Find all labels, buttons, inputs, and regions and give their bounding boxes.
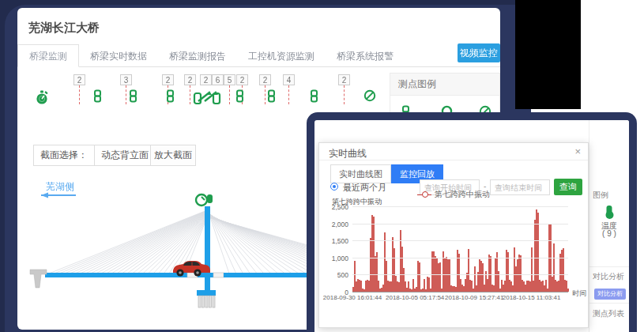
ban-icon[interactable] bbox=[363, 89, 376, 105]
sidebar-divider-2 bbox=[589, 303, 629, 304]
screenshot-root: 芜湖长江大桥 桥梁监测桥梁实时数据桥梁监测报告工控机资源监测桥梁系统报警 视频监… bbox=[0, 0, 644, 332]
video-monitor-button[interactable]: 视频监控 bbox=[458, 43, 500, 62]
main-tab-4[interactable]: 桥梁系统报警 bbox=[326, 45, 405, 68]
y-tick-label: 500 bbox=[337, 271, 348, 279]
temperature-count: ( 9 ) bbox=[589, 229, 629, 238]
x-tick-label: 2018-09-30 16:01:44 bbox=[323, 294, 382, 301]
sensor-dash-line bbox=[265, 85, 266, 104]
pile-cap bbox=[197, 290, 216, 296]
x-tick-label: 2018-10-09 15:27:41 bbox=[445, 294, 503, 301]
chart-gridline: 2,000 bbox=[352, 224, 568, 224]
vibration-chart: 时间 2,5002,0001,5001,00050002018-09-30 16… bbox=[352, 206, 568, 292]
section-select-label: 截面选择： bbox=[34, 149, 94, 162]
sensor-dash-line bbox=[288, 85, 289, 104]
direction-label: 芜湖侧 bbox=[46, 181, 74, 192]
chart-x-axis-title: 时间 bbox=[572, 289, 586, 299]
deck-joint-right bbox=[213, 273, 224, 277]
gauge-cluster-icon[interactable] bbox=[192, 89, 222, 108]
black-region bbox=[515, 0, 581, 109]
main-tab-0[interactable]: 桥梁监测 bbox=[17, 44, 79, 67]
y-tick-label: 2,000 bbox=[332, 220, 348, 228]
sensor-count-badge: 2 bbox=[200, 74, 212, 85]
page-title: 芜湖长江大桥 bbox=[28, 21, 100, 36]
sidebar-legend-fragment: 图例 bbox=[593, 190, 608, 201]
compare-section-title: 对比分析 bbox=[593, 271, 624, 282]
bridge-tower bbox=[205, 206, 210, 296]
realtime-curve-dialog: 实时曲线 × 实时曲线图监控回放 最近两个月 - 查询 第七跨跨中振动 第七跨跨… bbox=[318, 142, 589, 328]
sensor-count-badge: 2 bbox=[259, 74, 271, 85]
y-tick-label: 1,000 bbox=[332, 254, 348, 262]
link-icon[interactable] bbox=[310, 89, 318, 106]
sensor-count-badge: 5 bbox=[224, 74, 235, 85]
legend-label: 第七跨跨中振动 bbox=[435, 190, 490, 198]
sensor-count-badge: 2 bbox=[338, 74, 350, 85]
sensor-dash-line bbox=[344, 85, 345, 104]
sensor-dash-line bbox=[229, 85, 230, 104]
main-tab-3[interactable]: 工控机资源监测 bbox=[237, 45, 326, 68]
tab-bar: 桥梁监测桥梁实时数据桥梁监测报告工控机资源监测桥梁系统报警 bbox=[17, 44, 500, 67]
temperature-icon bbox=[607, 206, 612, 216]
x-tick-label: 2018-10-05 05:17:54 bbox=[386, 294, 444, 301]
link-icon[interactable] bbox=[235, 89, 244, 106]
right-sidebar: 图例 温度 ( 9 ) 对比分析 对比分析 测点列表 bbox=[589, 120, 629, 332]
sensor-count-badge: 2 bbox=[236, 74, 248, 85]
bridge-deck-left bbox=[45, 273, 187, 277]
piles bbox=[198, 296, 215, 307]
chart-gridline: 2,500 bbox=[352, 206, 568, 207]
sensor-count-badge: 2 bbox=[184, 74, 196, 85]
zoom-section-button[interactable]: 放大截面 bbox=[150, 145, 196, 166]
close-icon[interactable]: × bbox=[574, 145, 581, 157]
abutment bbox=[30, 270, 47, 288]
link-icon[interactable] bbox=[129, 89, 137, 106]
sidebar-divider bbox=[589, 266, 629, 267]
link-icon[interactable] bbox=[93, 89, 102, 106]
y-tick-label: 1,500 bbox=[332, 237, 348, 245]
chart-gridline: 1,500 bbox=[352, 240, 568, 241]
sensor-count-badge: 2 bbox=[162, 74, 174, 85]
popup-window: 图例 温度 ( 9 ) 对比分析 对比分析 测点列表 实时曲线 × 实时曲线图监… bbox=[307, 112, 637, 332]
sensor-dash-line bbox=[190, 85, 190, 104]
main-tab-1[interactable]: 桥梁实时数据 bbox=[79, 45, 158, 68]
sensor-count-badge: 6 bbox=[212, 74, 224, 85]
chart-bar bbox=[419, 262, 420, 292]
legend-marker-icon bbox=[417, 191, 431, 198]
chart-gridline: 500 bbox=[352, 274, 568, 275]
sensor-count-badge: 4 bbox=[283, 74, 295, 85]
chart-bar bbox=[439, 262, 441, 292]
direction-arrowhead bbox=[41, 193, 48, 198]
link-icon[interactable] bbox=[166, 89, 175, 106]
section-select-value: 动态背立面 bbox=[101, 149, 149, 162]
x-tick-label: 2018-10-15 11:03:41 bbox=[503, 294, 561, 301]
timer-icon[interactable] bbox=[35, 89, 49, 108]
sensor-dash-line bbox=[126, 85, 126, 104]
link-icon[interactable] bbox=[267, 89, 276, 106]
y-tick-label: 2,500 bbox=[332, 203, 348, 211]
point-list-title: 测点列表 bbox=[593, 308, 624, 319]
dialog-title: 实时曲线 bbox=[329, 147, 367, 160]
sensor-dash-line bbox=[79, 85, 80, 104]
sensor-count-badge: 2 bbox=[73, 74, 85, 85]
compare-analysis-button[interactable]: 对比分析 bbox=[594, 289, 626, 300]
chart-bars bbox=[352, 206, 568, 292]
sensor-count-badge: 3 bbox=[120, 74, 132, 85]
legend-panel-title: 测点图例 bbox=[390, 74, 499, 96]
dialog-titlebar: 实时曲线 × bbox=[319, 143, 588, 160]
popup-window-viewport: 图例 温度 ( 9 ) 对比分析 对比分析 测点列表 实时曲线 × 实时曲线图监… bbox=[314, 120, 629, 332]
main-tab-2[interactable]: 桥梁监测报告 bbox=[158, 45, 237, 68]
tower-top-sensor-icon[interactable] bbox=[196, 194, 213, 206]
chart-gridline: 1,000 bbox=[352, 258, 568, 258]
chart-gridline: 0 bbox=[352, 292, 568, 292]
